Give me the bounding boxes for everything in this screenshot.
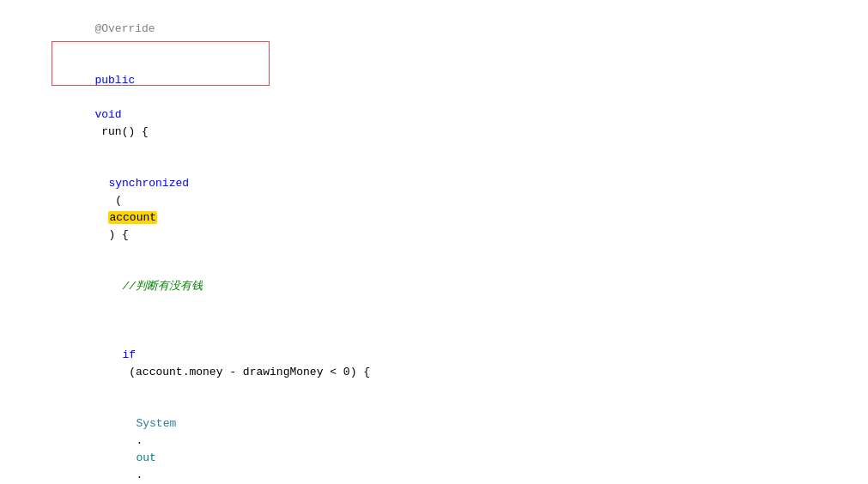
code-line: @Override — [0, 3, 868, 55]
code-line: //判断有没有钱 — [0, 261, 868, 312]
account-variable: account — [108, 211, 157, 224]
code-area: @Override public void run() { synchroniz… — [0, 0, 868, 484]
code-line-synchronized: synchronized ( account ) { — [0, 158, 868, 261]
code-line: if (account.money - drawingMoney < 0) { — [0, 330, 868, 398]
field-token: out — [136, 451, 155, 464]
annotation-token: @Override — [94, 22, 155, 35]
keyword-token: synchronized — [108, 177, 189, 190]
keyword-token: if — [122, 348, 136, 361]
code-line — [0, 312, 868, 330]
code-line: public void run() { — [0, 55, 868, 158]
comment-token: //判断有没有钱 — [122, 280, 203, 293]
code-editor: @Override public void run() { synchroniz… — [0, 0, 868, 484]
keyword-token: public — [94, 74, 135, 87]
keyword-token: void — [94, 108, 121, 121]
code-line: System . out . println ( Thread . curren… — [0, 398, 868, 484]
class-token: System — [136, 417, 176, 430]
